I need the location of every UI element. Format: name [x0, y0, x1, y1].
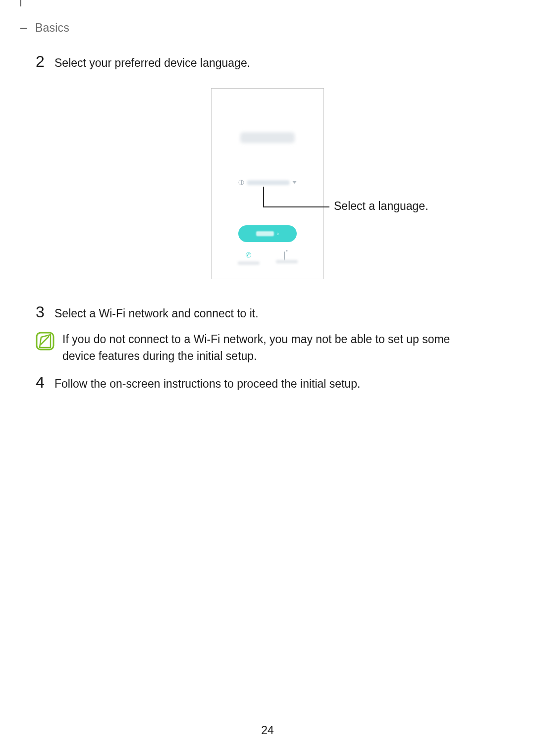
- step-number: 4: [36, 374, 54, 390]
- content: 2 Select your preferred device language.…: [36, 53, 499, 392]
- section-title: Basics: [35, 21, 69, 35]
- tick-side: [20, 28, 27, 29]
- globe-icon: [239, 180, 244, 185]
- step-4: 4 Follow the on-screen instructions to p…: [36, 374, 499, 392]
- callout-text: Select a language.: [334, 200, 428, 213]
- step-2: 2 Select your preferred device language.: [36, 53, 499, 71]
- callout-line-horizontal: [263, 206, 321, 207]
- language-selector[interactable]: [239, 180, 297, 185]
- note-icon: [36, 331, 56, 351]
- step-3: 3 Select a Wi-Fi network and connect to …: [36, 304, 499, 322]
- tick-top: [20, 0, 21, 6]
- chevron-down-icon: [293, 181, 297, 184]
- start-button-label-blur: [256, 231, 274, 236]
- device-figure: › ✆ Select a language.: [36, 88, 499, 286]
- language-label-blur: [247, 180, 290, 185]
- step-text: Select your preferred device language.: [54, 53, 250, 71]
- step-text: Follow the on-screen instructions to pro…: [54, 374, 361, 392]
- emergency-call-shortcut[interactable]: ✆: [238, 252, 260, 265]
- accessibility-shortcut[interactable]: [276, 252, 298, 265]
- chevron-right-icon: ›: [277, 231, 279, 237]
- page: Basics 2 Select your preferred device la…: [0, 0, 535, 756]
- callout-line-dash: [321, 206, 329, 207]
- device-screen-mock: › ✆: [211, 88, 324, 279]
- start-button[interactable]: ›: [238, 225, 297, 242]
- emergency-label-blur: [238, 261, 260, 265]
- step-number: 2: [36, 53, 54, 69]
- step-text: Select a Wi-Fi network and connect to it…: [54, 304, 259, 322]
- note: If you do not connect to a Wi-Fi network…: [36, 331, 499, 364]
- step-number: 3: [36, 304, 54, 320]
- note-text: If you do not connect to a Wi-Fi network…: [56, 331, 469, 364]
- welcome-text-blur: [240, 132, 295, 143]
- bottom-shortcut-row: ✆: [212, 252, 323, 265]
- page-number: 24: [0, 724, 535, 737]
- callout-line-vertical: [263, 187, 264, 206]
- accessibility-label-blur: [276, 260, 298, 263]
- accessibility-icon: [284, 252, 289, 257]
- header-mark-group: Basics: [20, 0, 69, 35]
- phone-icon: ✆: [245, 251, 252, 259]
